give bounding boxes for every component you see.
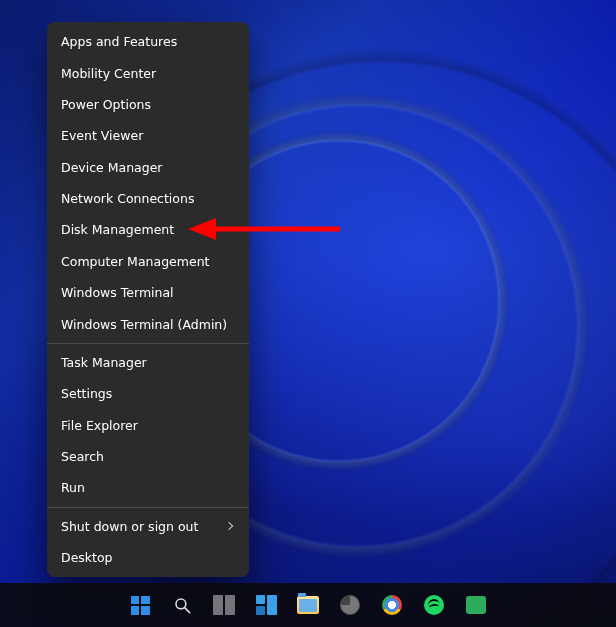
search-icon — [173, 596, 192, 615]
menu-shutdown-signout[interactable]: Shut down or sign out — [47, 511, 249, 542]
menu-network-connections[interactable]: Network Connections — [47, 183, 249, 214]
menu-event-viewer[interactable]: Event Viewer — [47, 120, 249, 151]
spotify-icon — [424, 595, 444, 615]
menu-separator — [47, 507, 249, 508]
menu-file-explorer[interactable]: File Explorer — [47, 410, 249, 441]
menu-disk-management[interactable]: Disk Management — [47, 214, 249, 245]
taskbar-chat[interactable] — [464, 593, 488, 617]
taskbar-widgets-button[interactable] — [254, 593, 278, 617]
taskbar-search-button[interactable] — [170, 593, 194, 617]
menu-task-manager[interactable]: Task Manager — [47, 347, 249, 378]
menu-separator — [47, 343, 249, 344]
menu-run[interactable]: Run — [47, 472, 249, 503]
menu-mobility-center[interactable]: Mobility Center — [47, 57, 249, 88]
menu-computer-management[interactable]: Computer Management — [47, 246, 249, 277]
start-button[interactable] — [128, 593, 152, 617]
menu-windows-terminal-admin[interactable]: Windows Terminal (Admin) — [47, 308, 249, 339]
menu-power-options[interactable]: Power Options — [47, 89, 249, 120]
windows-logo-icon — [131, 596, 150, 615]
chat-icon — [466, 596, 486, 614]
menu-desktop[interactable]: Desktop — [47, 542, 249, 573]
taskbar-file-explorer[interactable] — [296, 593, 320, 617]
taskbar-chrome[interactable] — [380, 593, 404, 617]
taskbar-spotify[interactable] — [422, 593, 446, 617]
file-explorer-icon — [297, 596, 319, 614]
chevron-right-icon — [225, 521, 235, 531]
svg-line-3 — [184, 607, 189, 612]
menu-device-manager[interactable]: Device Manager — [47, 152, 249, 183]
menu-search[interactable]: Search — [47, 441, 249, 472]
chrome-icon — [382, 595, 402, 615]
app-icon — [340, 595, 360, 615]
menu-windows-terminal[interactable]: Windows Terminal — [47, 277, 249, 308]
menu-apps-and-features[interactable]: Apps and Features — [47, 26, 249, 57]
taskbar-taskview-button[interactable] — [212, 593, 236, 617]
menu-settings[interactable]: Settings — [47, 378, 249, 409]
winx-context-menu: Apps and Features Mobility Center Power … — [47, 22, 249, 577]
task-view-icon — [213, 595, 235, 615]
taskbar-app-generic[interactable] — [338, 593, 362, 617]
widgets-icon — [256, 595, 277, 615]
taskbar — [0, 583, 616, 627]
